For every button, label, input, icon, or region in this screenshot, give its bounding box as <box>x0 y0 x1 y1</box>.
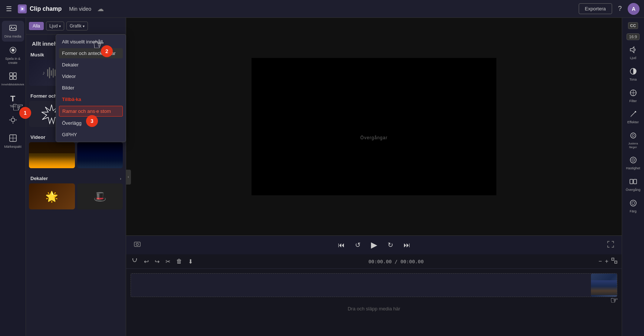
main-area: Dina media Spela in & create Innehållsbi… <box>0 18 644 336</box>
dropdown-item-shapes[interactable]: Former och anteckningar <box>59 48 123 58</box>
hamburger-menu-button[interactable]: ☰ <box>4 3 13 14</box>
svg-rect-40 <box>634 179 637 184</box>
play-button[interactable]: ▶ <box>369 239 379 251</box>
cloud-icon: ☁ <box>97 5 104 13</box>
timeline-zoom-controls: − + <box>598 258 617 265</box>
dropdown-item-giphy[interactable]: GIPHY <box>56 129 126 140</box>
sidebar-item-brand[interactable]: Märkespakt <box>2 131 24 152</box>
svg-point-34 <box>631 133 636 138</box>
right-panel-filter[interactable]: Filter <box>623 86 643 106</box>
track-clip[interactable] <box>591 274 617 297</box>
logo-icon <box>18 4 27 13</box>
video-canvas: Övergångar <box>252 58 496 195</box>
filter-audio-button[interactable]: Ljud ▾ <box>46 22 64 30</box>
zoom-out-button[interactable]: − <box>598 258 602 265</box>
video-thumb-2[interactable] <box>77 142 123 168</box>
right-panel-effects[interactable]: Effekter <box>623 107 643 127</box>
download-button[interactable]: ⬇ <box>187 257 194 266</box>
filter-graphic-button[interactable]: Grafik ▾ <box>66 22 88 30</box>
right-panel-color[interactable]: Färg <box>623 196 643 216</box>
svg-point-38 <box>633 160 634 160</box>
redo-button[interactable]: ↪ <box>154 257 160 266</box>
undo-button[interactable]: ↩ <box>143 257 150 266</box>
panel-collapse-button[interactable]: ‹ <box>126 170 131 185</box>
stickers-grid: 🌟 🎩 <box>29 183 123 209</box>
avatar[interactable]: A <box>628 3 640 15</box>
topbar: ☰ Clip champ Min video ☁ Exportera ? A <box>0 0 644 18</box>
effects-right-label: Effekter <box>627 120 639 124</box>
zoom-in-button[interactable]: + <box>605 258 608 265</box>
dropdown-item-stickers[interactable]: Dekaler <box>56 59 126 71</box>
svg-point-33 <box>635 111 636 112</box>
content-panel: Alla Ljud ▾ Grafik ▾ Allt visuellt inneh… <box>26 18 126 336</box>
rewind-button[interactable]: ↺ <box>354 239 362 251</box>
speed-icon <box>630 156 637 166</box>
adjust-color-label: Justerafärger <box>628 142 638 149</box>
export-button[interactable]: Exportera <box>579 3 612 14</box>
dropdown-item-overlay[interactable]: Överlägg <box>56 117 126 129</box>
right-panel-adjust-color[interactable]: Justerafärger <box>623 129 643 152</box>
dropdown-item-videos[interactable]: Videor <box>56 71 126 82</box>
sticker-thumb-1[interactable]: 🌟 <box>29 183 75 209</box>
svg-rect-8 <box>10 76 13 79</box>
track-row-main: ☞ <box>131 273 617 297</box>
skip-forward-button[interactable]: ⏭ <box>402 240 412 251</box>
timeline-toolbar: ↩ ↪ ✂ 🗑 ⬇ 00:00.00 / 00:00.00 − + <box>126 254 622 269</box>
svg-rect-9 <box>13 76 16 79</box>
dropdown-item-back[interactable]: Tillbä·ka <box>56 94 126 105</box>
stickers-section-header[interactable]: Dekaler › <box>29 173 123 183</box>
graphic-chevron-icon: ▾ <box>83 24 85 28</box>
track-content-main[interactable]: ☞ <box>131 273 617 297</box>
help-button[interactable]: ? <box>618 5 622 13</box>
media-icon <box>9 24 17 34</box>
cut-button[interactable]: ✂ <box>165 257 171 266</box>
filter-label: Filter <box>630 99 637 103</box>
dropdown-item-frames[interactable]: Ramar och ans·e stom <box>59 106 123 117</box>
sidebar: Dina media Spela in & create Innehållsbi… <box>0 18 26 336</box>
sidebar-item-content[interactable]: Innehållsbibliotek <box>2 69 24 89</box>
clip-mountains-visual <box>591 280 617 295</box>
svg-point-10 <box>11 118 15 122</box>
right-panel: CC 16:9 Ljud Tona Filter Effekter <box>622 18 644 336</box>
video-thumb-1[interactable] <box>29 142 75 168</box>
dropdown-item-all-visual[interactable]: Allt visuellt innehåll <box>56 36 126 48</box>
content-icon <box>9 72 17 82</box>
dropdown-item-images[interactable]: Bilder <box>56 82 126 94</box>
app-logo: Clip champ <box>18 4 62 13</box>
right-panel-transition[interactable]: Övergång <box>623 175 643 195</box>
sidebar-item-record-label: Spela in & create <box>3 57 23 65</box>
sidebar-item-text[interactable]: T Text <box>2 91 24 111</box>
sidebar-item-record[interactable]: Spela in & create <box>2 43 24 68</box>
cc-badge[interactable]: CC <box>628 22 638 29</box>
capture-button[interactable] <box>132 239 142 251</box>
text-icon: T <box>10 94 15 104</box>
filter-all-button[interactable]: Alla <box>29 22 44 30</box>
right-panel-volume[interactable]: Ljud <box>623 43 643 63</box>
delete-button[interactable]: 🗑 <box>175 257 183 265</box>
sidebar-item-media[interactable]: Dina media <box>2 21 24 42</box>
right-panel-speed[interactable]: Hastighet <box>623 153 643 173</box>
record-icon <box>9 46 17 56</box>
sidebar-item-effects[interactable] <box>2 113 24 130</box>
volume-icon <box>630 46 637 55</box>
video-preview: Övergångar <box>126 18 622 235</box>
fit-button[interactable] <box>611 258 617 265</box>
svg-point-42 <box>632 202 635 205</box>
drop-hint: Dra och släpp media här <box>131 300 617 317</box>
clip-thumbnail <box>591 274 617 297</box>
sticker-thumb-2[interactable]: 🎩 <box>77 183 123 209</box>
skip-back-button[interactable]: ⏮ <box>336 240 346 251</box>
right-panel-tone[interactable]: Tona <box>623 65 643 85</box>
project-name[interactable]: Min video <box>69 6 91 12</box>
forward-button[interactable]: ↻ <box>386 239 395 251</box>
svg-point-35 <box>632 134 634 137</box>
magnet-button[interactable] <box>131 257 139 266</box>
svg-point-22 <box>136 243 138 245</box>
timeline-track-area: ☞ Dra och släpp media här <box>126 269 622 336</box>
fullscreen-button[interactable] <box>605 239 616 251</box>
transition-icon <box>630 178 637 187</box>
svg-marker-27 <box>630 47 634 53</box>
color-icon <box>630 199 637 209</box>
aspect-ratio-badge[interactable]: 16:9 <box>627 33 640 40</box>
audio-chevron-icon: ▾ <box>59 24 61 28</box>
